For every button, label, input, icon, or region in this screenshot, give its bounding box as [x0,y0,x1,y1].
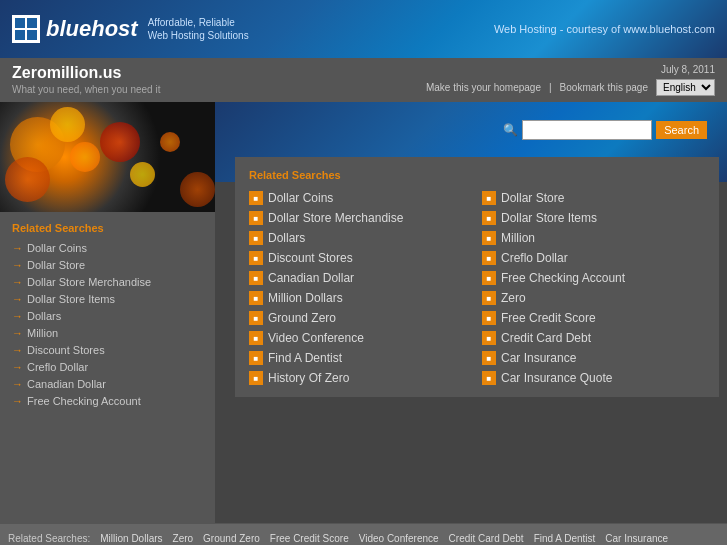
related-link[interactable]: Creflo Dollar [501,251,568,265]
bookmark-link[interactable]: Bookmark this page [560,82,648,93]
sidebar-link-anchor[interactable]: Dollar Coins [27,242,87,254]
related-link[interactable]: Canadian Dollar [268,271,354,285]
sidebar-link-item: →Discount Stores [12,344,203,356]
related-item: ■Free Credit Score [482,311,705,325]
sidebar-link-anchor[interactable]: Canadian Dollar [27,378,106,390]
related-link[interactable]: Video Conference [268,331,364,345]
related-link[interactable]: Car Insurance Quote [501,371,612,385]
sidebar-link-item: →Dollar Store [12,259,203,271]
related-searches-grid: ■Dollar Coins■Dollar Store■Dollar Store … [249,191,705,385]
related-link[interactable]: Dollar Store Merchandise [268,211,403,225]
footer-link-item[interactable]: Million Dollars [96,533,166,544]
sidebar-link-anchor[interactable]: Dollar Store Merchandise [27,276,151,288]
sidebar-link-anchor[interactable]: Million [27,327,58,339]
sidebar: Related Searches →Dollar Coins→Dollar St… [0,102,215,523]
related-icon: ■ [249,331,263,345]
related-link[interactable]: Find A Dentist [268,351,342,365]
related-link[interactable]: Free Checking Account [501,271,625,285]
related-icon: ■ [249,351,263,365]
search-input[interactable] [522,120,652,140]
related-link[interactable]: Dollar Coins [268,191,333,205]
related-icon: ■ [249,211,263,225]
related-item: ■Million Dollars [249,291,472,305]
related-item: ■Video Conference [249,331,472,345]
arrow-icon: → [12,327,23,339]
logo-tagline: Affordable, Reliable Web Hosting Solutio… [148,16,249,42]
related-icon: ■ [482,231,496,245]
related-link[interactable]: Discount Stores [268,251,353,265]
sidebar-link-item: →Dollar Store Merchandise [12,276,203,288]
footer-link-item[interactable]: Zero [169,533,198,544]
footer-link-item[interactable]: Ground Zero [199,533,264,544]
related-link[interactable]: Dollar Store [501,191,564,205]
related-item: ■Canadian Dollar [249,271,472,285]
related-item: ■Ground Zero [249,311,472,325]
footer-link-item[interactable]: Find A Dentist [530,533,600,544]
search-icon: 🔍 [503,123,518,137]
related-item: ■Dollars [249,231,472,245]
related-icon: ■ [249,291,263,305]
related-icon: ■ [249,371,263,385]
footer-link-item[interactable]: Credit Card Debt [445,533,528,544]
sidebar-link-anchor[interactable]: Dollar Store Items [27,293,115,305]
related-searches-panel: Related Searches ■Dollar Coins■Dollar St… [235,157,719,397]
related-icon: ■ [482,191,496,205]
sidebar-link-anchor[interactable]: Dollars [27,310,61,322]
related-link[interactable]: Zero [501,291,526,305]
footer-link-item[interactable]: Car Insurance [601,533,672,544]
related-icon: ■ [482,251,496,265]
sidebar-link-anchor[interactable]: Discount Stores [27,344,105,356]
date-display: July 8, 2011 [426,64,715,75]
arrow-icon: → [12,395,23,407]
header-right: July 8, 2011 Make this your homepage | B… [426,64,715,96]
related-item: ■Free Checking Account [482,271,705,285]
arrow-icon: → [12,344,23,356]
sidebar-link-anchor[interactable]: Free Checking Account [27,395,141,407]
related-link[interactable]: Dollar Store Items [501,211,597,225]
arrow-icon: → [12,242,23,254]
arrow-icon: → [12,310,23,322]
related-icon: ■ [249,271,263,285]
sidebar-link-anchor[interactable]: Creflo Dollar [27,361,88,373]
related-item: ■Dollar Store Merchandise [249,211,472,225]
footer-link-item[interactable]: Free Credit Score [266,533,353,544]
site-header: Zeromillion.us What you need, when you n… [0,58,727,102]
related-link[interactable]: Car Insurance [501,351,576,365]
related-icon: ■ [249,191,263,205]
related-icon: ■ [249,231,263,245]
sidebar-link-anchor[interactable]: Dollar Store [27,259,85,271]
bluehost-logo: bluehost [12,15,138,43]
arrow-icon: → [12,361,23,373]
search-bar: 🔍 Search [503,120,707,140]
related-searches-title: Related Searches [249,169,705,181]
language-select[interactable]: English [656,79,715,96]
related-link[interactable]: Ground Zero [268,311,336,325]
footer-label: Related Searches: [8,533,90,544]
related-icon: ■ [482,331,496,345]
site-title: Zeromillion.us [12,64,160,82]
related-link[interactable]: Million Dollars [268,291,343,305]
sidebar-links-list: →Dollar Coins→Dollar Store→Dollar Store … [12,242,203,407]
arrow-icon: → [12,378,23,390]
footer-link-item[interactable]: Video Conference [355,533,443,544]
related-link[interactable]: Free Credit Score [501,311,596,325]
related-item: ■History Of Zero [249,371,472,385]
sidebar-link-item: →Creflo Dollar [12,361,203,373]
homepage-link[interactable]: Make this your homepage [426,82,541,93]
related-item: ■Credit Card Debt [482,331,705,345]
banner-left: bluehost Affordable, Reliable Web Hostin… [12,15,249,43]
related-item: ■Find A Dentist [249,351,472,365]
footer-bar: Related Searches: Million DollarsZeroGro… [0,523,727,545]
search-button[interactable]: Search [656,121,707,139]
related-item: ■Dollar Store Items [482,211,705,225]
sidebar-image [0,102,215,212]
related-item: ■Creflo Dollar [482,251,705,265]
related-link[interactable]: Credit Card Debt [501,331,591,345]
sidebar-link-item: →Canadian Dollar [12,378,203,390]
related-link[interactable]: Dollars [268,231,305,245]
related-link[interactable]: History Of Zero [268,371,349,385]
related-item: ■Dollar Store [482,191,705,205]
sidebar-link-item: →Dollar Coins [12,242,203,254]
related-link[interactable]: Million [501,231,535,245]
sidebar-link-item: →Dollars [12,310,203,322]
